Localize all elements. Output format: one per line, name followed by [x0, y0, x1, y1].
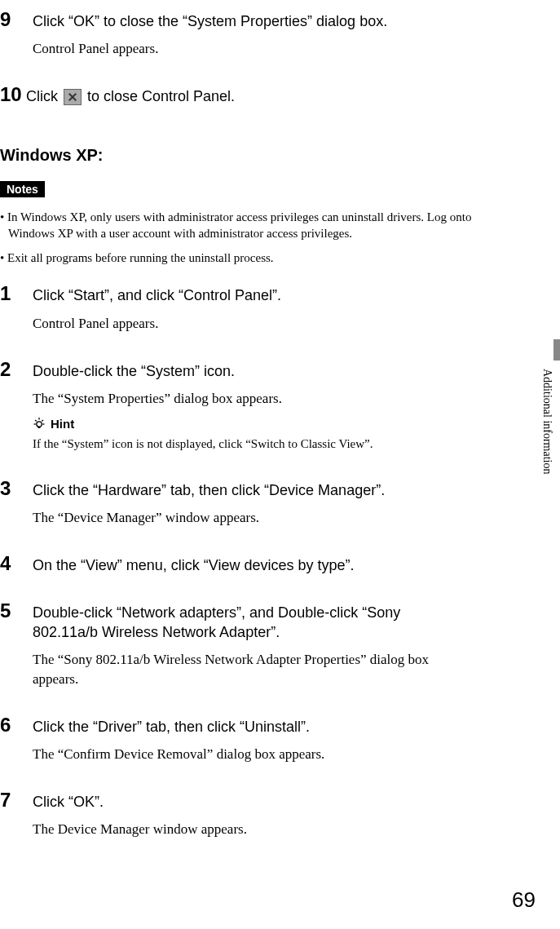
side-tab-marker [553, 339, 560, 361]
svg-point-0 [37, 422, 42, 427]
step-9-result: Control Panel appears. [33, 39, 503, 59]
step-6-result: The “Confirm Device Removal” dialog box … [33, 745, 503, 764]
step-10-text-after: to close Control Panel. [83, 88, 235, 104]
step-2-result: The “System Properties” dialog box appea… [33, 389, 503, 409]
note-1: • In Windows XP, only users with adminis… [0, 209, 503, 242]
step-7-instruction: Click “OK”. [33, 793, 104, 812]
step-6: 6 Click the “Driver” tab, then click “Un… [0, 714, 503, 764]
step-10-text-before: Click [26, 88, 62, 104]
step-3: 3 Click the “Hardware” tab, then click “… [0, 477, 503, 528]
notes-block: Notes • In Windows XP, only users with a… [0, 181, 503, 267]
step-5-instruction: Double-click “Network adapters”, and Dou… [33, 604, 465, 642]
page-number: 69 [512, 887, 536, 913]
step-1-instruction: Click “Start”, and click “Control Panel”… [33, 286, 281, 305]
step-2: 2 Double-click the “System” icon. The “S… [0, 358, 503, 453]
step-7: 7 Click “OK”. The Device Manager window … [0, 789, 503, 839]
step-number-4: 4 [0, 552, 33, 575]
hint-block: Hint If the “System” icon is not display… [33, 417, 503, 453]
step-1: 1 Click “Start”, and click “Control Pane… [0, 282, 503, 333]
note-2: • Exit all programs before running the u… [0, 250, 503, 266]
close-window-icon [64, 89, 82, 105]
step-number-9: 9 [0, 8, 33, 31]
hint-label-text: Hint [51, 417, 74, 431]
svg-line-2 [35, 420, 37, 422]
step-9-instruction: Click “OK” to close the “System Properti… [33, 12, 387, 31]
step-7-result: The Device Manager window appears. [33, 820, 503, 839]
step-4-instruction: On the “View” menu, click “View devices … [33, 556, 355, 575]
step-5-result: The “Sony 802.11a/b Wireless Network Ada… [33, 650, 473, 689]
step-2-instruction: Double-click the “System” icon. [33, 362, 235, 381]
step-number-1: 1 [0, 282, 33, 305]
step-4: 4 On the “View” menu, click “View device… [0, 552, 503, 575]
lightbulb-icon [33, 417, 46, 430]
step-10-instruction: Click to close Control Panel. [26, 87, 235, 106]
step-number-5: 5 [0, 599, 33, 622]
step-10: 10 Click to close Control Panel. [0, 83, 503, 106]
side-tab: Additional information [540, 349, 560, 512]
step-9: 9 Click “OK” to close the “System Proper… [0, 8, 503, 59]
step-5: 5 Double-click “Network adapters”, and D… [0, 599, 503, 688]
section-heading-windows-xp: Windows XP: [0, 146, 503, 165]
notes-label: Notes [0, 181, 45, 197]
step-number-10: 10 [0, 83, 26, 106]
step-1-result: Control Panel appears. [33, 314, 503, 334]
step-number-7: 7 [0, 789, 33, 812]
page-content: 9 Click “OK” to close the “System Proper… [0, 0, 536, 839]
hint-label: Hint [33, 417, 503, 431]
step-3-result: The “Device Manager” window appears. [33, 508, 503, 528]
side-tab-label: Additional information [540, 349, 555, 474]
step-number-3: 3 [0, 477, 33, 500]
step-3-instruction: Click the “Hardware” tab, then click “De… [33, 481, 385, 500]
step-6-instruction: Click the “Driver” tab, then click “Unin… [33, 718, 310, 737]
svg-line-3 [42, 420, 43, 422]
step-number-2: 2 [0, 358, 33, 381]
svg-rect-6 [38, 427, 41, 428]
step-number-6: 6 [0, 714, 33, 737]
hint-text: If the “System” icon is not displayed, c… [33, 436, 503, 453]
